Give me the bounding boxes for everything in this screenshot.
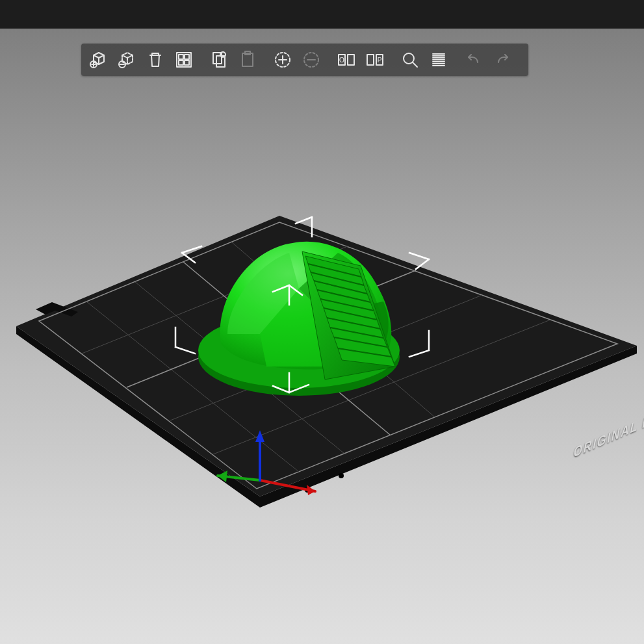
arrange-button[interactable] bbox=[170, 45, 198, 74]
remove-instance-button bbox=[297, 45, 326, 74]
svg-text:P: P bbox=[378, 57, 382, 64]
delete-button[interactable] bbox=[112, 45, 141, 74]
copy-button[interactable] bbox=[205, 45, 233, 74]
svg-rect-39 bbox=[179, 60, 183, 65]
minus-circle-icon bbox=[301, 49, 322, 70]
search-icon bbox=[400, 49, 420, 70]
search-button[interactable] bbox=[396, 45, 424, 74]
split-parts-button[interactable]: P bbox=[361, 45, 389, 74]
paste-icon bbox=[237, 49, 258, 70]
variable-layer-button[interactable] bbox=[424, 45, 453, 74]
svg-rect-37 bbox=[179, 55, 183, 59]
split-parts-icon: P bbox=[365, 49, 385, 70]
title-bar bbox=[0, 0, 644, 29]
svg-text:O: O bbox=[339, 57, 344, 64]
paste-button bbox=[233, 45, 262, 74]
undo-button bbox=[459, 45, 488, 74]
redo-button bbox=[488, 45, 517, 74]
split-objects-icon: O bbox=[336, 49, 357, 70]
add-instance-button[interactable] bbox=[268, 45, 297, 74]
svg-rect-49 bbox=[348, 55, 354, 65]
trash-icon bbox=[145, 49, 166, 70]
3d-viewport[interactable]: ORIGINAL PRUSA MINI bbox=[0, 29, 644, 644]
arrange-icon bbox=[174, 49, 194, 70]
scene-canvas[interactable] bbox=[0, 29, 644, 644]
svg-point-4 bbox=[339, 473, 344, 478]
undo-icon bbox=[463, 49, 484, 70]
delete-all-button[interactable] bbox=[141, 45, 170, 74]
layers-icon bbox=[428, 49, 449, 70]
redo-icon bbox=[492, 49, 513, 70]
svg-rect-38 bbox=[185, 55, 189, 59]
split-objects-button[interactable]: O bbox=[332, 45, 361, 74]
add-button[interactable] bbox=[84, 45, 112, 74]
copy-icon bbox=[209, 49, 229, 70]
cube-plus-icon bbox=[88, 49, 109, 70]
main-toolbar: O P bbox=[81, 44, 528, 76]
plus-circle-icon bbox=[272, 49, 293, 70]
cube-minus-icon bbox=[116, 49, 137, 70]
svg-rect-51 bbox=[367, 55, 374, 65]
svg-rect-40 bbox=[185, 60, 189, 65]
